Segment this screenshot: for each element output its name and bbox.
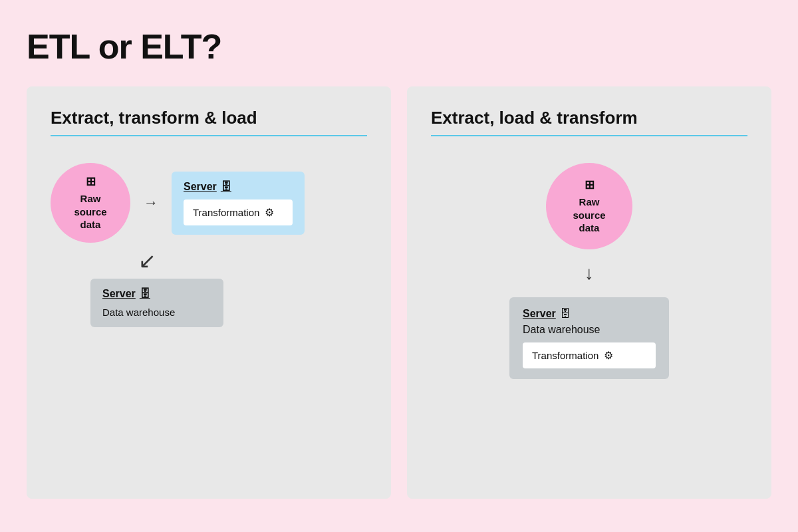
etl-raw-source-circle: ⊞ Rawsourcedata (51, 163, 130, 243)
elt-arrow-down: ↓ (585, 263, 594, 284)
elt-raw-source-icon: ⊞ (585, 178, 595, 193)
elt-server-label: Server (523, 308, 556, 320)
etl-warehouse-label: Data warehouse (102, 307, 211, 318)
elt-server-top: Server 🗄 (523, 308, 656, 320)
etl-subtitle: Extract, transform & load (51, 108, 367, 128)
elt-server-box: Server 🗄 Data warehouse Transformation ⚙ (509, 297, 669, 379)
etl-inner: ⊞ Rawsourcedata → Server 🗄 Transformatio… (51, 163, 367, 327)
etl-server-label: Server 🗄 (184, 181, 293, 193)
etl-server-box: Server 🗄 Transformation ⚙ (172, 172, 305, 235)
elt-subtitle: Extract, load & transform (431, 108, 747, 128)
elt-underline (431, 135, 747, 136)
elt-gear-icon: ⚙ (604, 349, 613, 362)
elt-transformation-box: Transformation ⚙ (523, 342, 656, 368)
etl-transformation-label: Transformation (193, 207, 259, 218)
etl-server2-label: Server 🗄 (102, 288, 211, 300)
etl-db-icon-2: 🗄 (140, 288, 150, 300)
elt-diagram-box: Extract, load & transform ⊞ Rawsourcedat… (407, 86, 771, 499)
elt-raw-source-circle: ⊞ Rawsourcedata (546, 163, 632, 249)
elt-db-icon: 🗄 (560, 308, 571, 320)
elt-raw-source-label: Rawsourcedata (573, 196, 605, 235)
elt-inner: ⊞ Rawsourcedata ↓ Server 🗄 Data warehous… (431, 163, 747, 379)
etl-raw-source-icon: ⊞ (86, 174, 96, 190)
etl-arrow-warehouse: ↙ Server 🗄 Data warehouse (90, 248, 223, 327)
etl-diagram-box: Extract, transform & load ⊞ Rawsourcedat… (27, 86, 391, 499)
etl-arrow-down: ↙ (138, 248, 156, 273)
etl-arrow-right: → (144, 194, 158, 211)
etl-transformation-box: Transformation ⚙ (184, 200, 293, 225)
etl-gear-icon: ⚙ (265, 206, 274, 219)
etl-underline (51, 135, 367, 136)
elt-transformation-label: Transformation (532, 350, 598, 361)
etl-warehouse-box: Server 🗄 Data warehouse (90, 279, 223, 327)
elt-warehouse-label: Data warehouse (523, 324, 656, 336)
etl-db-icon: 🗄 (221, 181, 231, 193)
etl-raw-source-label: Rawsourcedata (74, 192, 106, 231)
etl-top-row: ⊞ Rawsourcedata → Server 🗄 Transformatio… (51, 163, 305, 243)
page-title: ETL or ELT? (27, 27, 771, 66)
diagrams-row: Extract, transform & load ⊞ Rawsourcedat… (27, 86, 771, 499)
